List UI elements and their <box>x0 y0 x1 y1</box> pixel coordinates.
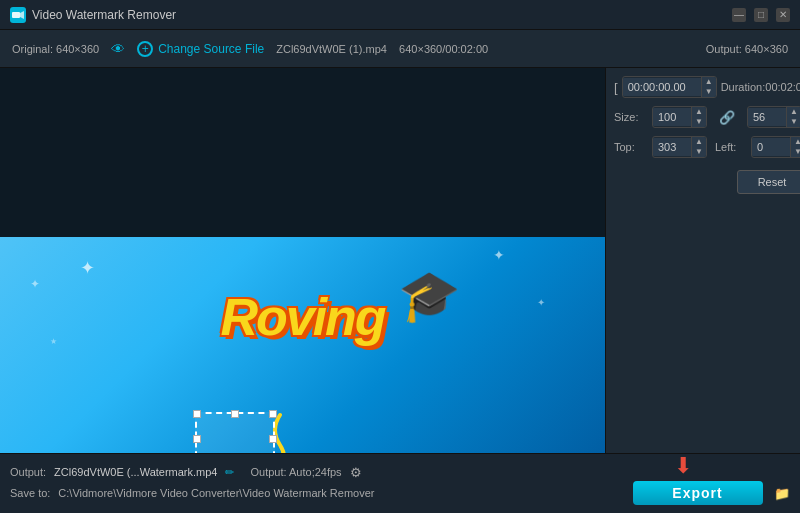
maximize-button[interactable]: □ <box>754 8 768 22</box>
start-time-input[interactable] <box>623 78 701 96</box>
start-time-down[interactable]: ▼ <box>702 87 716 97</box>
output-resolution-label: Output: 640×360 <box>706 43 788 55</box>
output-file-name: ZCl69dVtW0E (...Watermark.mp4 <box>54 466 217 478</box>
left-down[interactable]: ▼ <box>791 147 800 157</box>
width-spinners: ▲ ▼ <box>691 107 706 127</box>
right-panel: [ ▲ ▼ Duration:00:02:00.00 ▲ ▼ ] Size: <box>605 68 800 453</box>
size-label: Size: <box>614 111 644 123</box>
output-label: Output: <box>10 466 46 478</box>
title-bar: Video Watermark Remover — □ ✕ <box>0 0 800 30</box>
selection-handle-tm[interactable] <box>231 410 239 418</box>
left-spinners: ▲ ▼ <box>790 137 800 157</box>
time-row: [ ▲ ▼ Duration:00:02:00.00 ▲ ▼ ] <box>614 76 800 98</box>
star-decoration: ✦ <box>80 257 95 279</box>
left-input-group: ▲ ▼ <box>751 136 800 158</box>
selection-handle-lm[interactable] <box>193 435 201 443</box>
original-resolution-label: Original: 640×360 <box>12 43 99 55</box>
start-time-input-group: ▲ ▼ <box>622 76 717 98</box>
link-icon[interactable]: 🔗 <box>719 110 735 125</box>
app-icon <box>10 7 26 23</box>
start-time-up[interactable]: ▲ <box>702 77 716 87</box>
export-section: ⬇ Export <box>605 453 800 513</box>
width-input-group: ▲ ▼ <box>652 106 707 128</box>
top-input-group: ▲ ▼ <box>652 136 707 158</box>
file-name-label: ZCl69dVtW0E (1).mp4 640×360/00:02:00 <box>276 43 694 55</box>
left-input[interactable] <box>752 138 790 156</box>
top-bar: Original: 640×360 👁 + Change Source File… <box>0 30 800 68</box>
top-label: Top: <box>614 141 644 153</box>
output-settings-label: Output: Auto;24fps <box>250 466 341 478</box>
video-section: ✦ ✦ ✦ ✦ ★ Roving 🎓 <box>0 68 605 453</box>
width-input[interactable] <box>653 108 691 126</box>
size-row: Size: ▲ ▼ 🔗 ▲ ▼ <box>614 106 800 128</box>
minimize-button[interactable]: — <box>732 8 746 22</box>
left-up[interactable]: ▲ <box>791 137 800 147</box>
selection-handle-tr[interactable] <box>269 410 277 418</box>
selection-handle-rm[interactable] <box>269 435 277 443</box>
bottom-bar: Output: ZCl69dVtW0E (...Watermark.mp4 ✏ … <box>0 453 800 513</box>
svg-rect-0 <box>12 12 20 18</box>
top-down[interactable]: ▼ <box>692 147 706 157</box>
star-decoration-2: ✦ <box>30 277 40 291</box>
height-input-group: ▲ ▼ <box>747 106 800 128</box>
left-label: Left: <box>715 141 743 153</box>
svg-marker-1 <box>20 11 24 19</box>
position-row: Top: ▲ ▼ Left: ▲ ▼ <box>614 136 800 158</box>
duration-label: Duration:00:02:00.00 <box>721 81 800 93</box>
width-up[interactable]: ▲ <box>692 107 706 117</box>
height-down[interactable]: ▼ <box>787 117 800 127</box>
plus-circle-icon: + <box>137 41 153 57</box>
graduation-cap: 🎓 <box>398 267 460 325</box>
top-up[interactable]: ▲ <box>692 137 706 147</box>
change-source-button[interactable]: + Change Source File <box>137 41 264 57</box>
reset-button[interactable]: Reset <box>737 170 800 194</box>
edit-output-icon[interactable]: ✏ <box>225 466 234 479</box>
settings-icon[interactable]: ⚙ <box>350 465 362 480</box>
height-up[interactable]: ▲ <box>787 107 800 117</box>
width-down[interactable]: ▼ <box>692 117 706 127</box>
app-title: Video Watermark Remover <box>32 8 732 22</box>
star-decoration-4: ✦ <box>537 297 545 308</box>
height-spinners: ▲ ▼ <box>786 107 800 127</box>
top-spinners: ▲ ▼ <box>691 137 706 157</box>
eye-icon[interactable]: 👁 <box>111 41 125 57</box>
roving-text: Roving <box>220 287 384 347</box>
start-time-spinners: ▲ ▼ <box>701 77 716 97</box>
star-decoration-5: ★ <box>50 337 57 346</box>
video-preview-area: ✦ ✦ ✦ ✦ ★ Roving 🎓 <box>0 68 605 513</box>
window-controls: — □ ✕ <box>732 8 790 22</box>
height-input[interactable] <box>748 108 786 126</box>
export-button[interactable]: Export <box>633 481 763 505</box>
top-input[interactable] <box>653 138 691 156</box>
star-decoration-3: ✦ <box>493 247 505 263</box>
save-to-label: Save to: <box>10 487 50 499</box>
left-bracket: [ <box>614 80 618 95</box>
change-source-label: Change Source File <box>158 42 264 56</box>
export-arrow-icon: ⬇ <box>674 453 722 479</box>
close-button[interactable]: ✕ <box>776 8 790 22</box>
selection-handle-tl[interactable] <box>193 410 201 418</box>
